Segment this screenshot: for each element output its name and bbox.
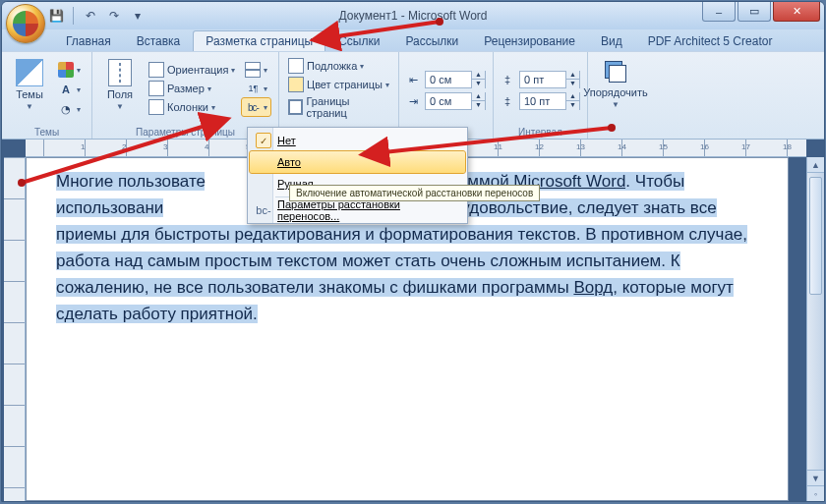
arrange-icon (603, 59, 628, 84)
spin-down-icon[interactable]: ▼ (565, 101, 579, 110)
chevron-down-icon: ▾ (77, 85, 81, 94)
tab-home[interactable]: Главная (53, 30, 124, 51)
chevron-down-icon: ▾ (264, 103, 267, 112)
line-numbers-button[interactable]: 1¶▾ (242, 80, 270, 97)
hyph-menu-none-label: Нет (277, 135, 296, 146)
tab-references[interactable]: Ссылки (325, 30, 392, 51)
orientation-icon (148, 62, 164, 78)
spin-up-icon[interactable]: ▲ (565, 71, 579, 80)
quick-access-toolbar: 💾 ↶ ↷ ▾ (47, 7, 147, 25)
close-button[interactable]: ✕ (773, 2, 820, 22)
indent-right-value: 0 см (426, 95, 471, 107)
effects-icon: ◔ (58, 101, 74, 117)
spin-up-icon[interactable]: ▲ (471, 92, 485, 101)
spin-up-icon[interactable]: ▲ (565, 92, 579, 101)
qat-more-icon[interactable]: ▾ (129, 7, 147, 25)
check-icon: ✓ (256, 133, 271, 148)
watermark-icon (288, 58, 304, 74)
orientation-label: Ориентация (167, 64, 228, 76)
arrange-label: Упорядочить (583, 86, 647, 98)
margins-icon (108, 59, 132, 86)
scroll-thumb[interactable] (809, 177, 822, 295)
theme-effects-button[interactable]: ◔▾ (55, 100, 84, 118)
hyphenation-menu: ✓ Нет Авто Ручная bc‑ Параметры расстано… (247, 127, 468, 224)
watermark-button[interactable]: Подложка▾ (285, 57, 392, 75)
hyph-menu-auto[interactable]: Авто (250, 151, 465, 173)
page-borders-label: Границы страниц (306, 95, 389, 119)
indent-right-icon: ⇥ (405, 93, 421, 109)
hyphenation-button[interactable]: bc‑▾ (242, 98, 270, 116)
chevron-down-icon: ▼ (612, 100, 620, 109)
maximize-button[interactable]: ▭ (738, 2, 771, 22)
tab-insert[interactable]: Вставка (124, 30, 194, 51)
columns-icon (148, 99, 164, 115)
chevron-down-icon: ▾ (385, 81, 389, 89)
tooltip: Включение автоматической расстановки пер… (289, 185, 540, 201)
vertical-scrollbar[interactable]: ▲ ▼ ◦ (806, 157, 824, 501)
qat-undo-icon[interactable]: ↶ (82, 7, 99, 25)
scroll-up-icon[interactable]: ▲ (807, 157, 824, 173)
tab-review[interactable]: Рецензирование (471, 30, 588, 51)
theme-colors-button[interactable]: ▾ (55, 61, 84, 79)
theme-fonts-button[interactable]: A▾ (55, 81, 84, 98)
titlebar: 💾 ↶ ↷ ▾ Документ1 - Microsoft Word – ▭ ✕ (2, 2, 824, 29)
hyph-menu-auto-label: Авто (277, 156, 301, 168)
size-button[interactable]: Размер▾ (146, 80, 238, 97)
margins-label: Поля (107, 88, 133, 100)
breaks-button[interactable]: ▾ (242, 61, 270, 79)
fonts-icon: A (58, 82, 74, 97)
themes-button[interactable]: Темы ▼ (8, 55, 51, 120)
hyph-menu-none[interactable]: ✓ Нет (250, 130, 465, 151)
office-button[interactable] (6, 4, 45, 43)
tab-mailings[interactable]: Рассылки (392, 30, 471, 51)
vertical-ruler[interactable] (4, 157, 26, 501)
space-after-icon: ‡ (500, 93, 515, 109)
group-label-spacing: Интервал (494, 127, 587, 138)
space-before-input[interactable]: 0 пт▲▼ (519, 71, 580, 88)
qat-separator (73, 7, 74, 25)
spin-down-icon[interactable]: ▼ (565, 80, 579, 88)
indent-left-value: 0 см (426, 74, 471, 85)
margins-button[interactable]: Поля ▼ (98, 55, 142, 120)
hyphenation-icon: bc‑ (245, 99, 261, 115)
chevron-down-icon: ▾ (264, 84, 267, 93)
chevron-down-icon: ▾ (207, 84, 211, 93)
tab-pdf-architect[interactable]: PDF Architect 5 Creator (635, 30, 786, 51)
minimize-button[interactable]: – (702, 2, 736, 22)
indent-left-input[interactable]: 0 см▲▼ (425, 71, 486, 88)
tab-page-layout[interactable]: Разметка страницы (193, 30, 325, 51)
qat-save-icon[interactable]: 💾 (47, 7, 65, 25)
scroll-browse-icon[interactable]: ◦ (807, 485, 824, 501)
chevron-down-icon: ▾ (231, 66, 235, 75)
spin-down-icon[interactable]: ▼ (471, 80, 485, 88)
hyph-options-icon: bc‑ (256, 204, 271, 216)
columns-button[interactable]: Колонки▾ (146, 98, 238, 116)
page-color-button[interactable]: Цвет страницы▾ (285, 76, 392, 93)
chevron-down-icon: ▾ (360, 62, 364, 71)
text-link-word: Ворд (573, 278, 613, 297)
text-segment: Многие пользовате (56, 172, 205, 191)
tab-view[interactable]: Вид (588, 30, 635, 51)
chevron-down-icon: ▾ (211, 103, 215, 112)
arrange-button[interactable]: Упорядочить ▼ (594, 55, 637, 120)
group-label-themes: Темы (2, 127, 91, 138)
hyph-menu-options-label: Параметры расстановки переносов... (277, 198, 465, 222)
space-before-value: 0 пт (520, 74, 565, 85)
chevron-down-icon: ▼ (26, 102, 33, 111)
orientation-button[interactable]: Ориентация▾ (146, 61, 238, 79)
spin-up-icon[interactable]: ▲ (471, 71, 485, 80)
breaks-icon (245, 62, 261, 78)
indent-right-input[interactable]: 0 см▲▼ (425, 92, 486, 110)
qat-redo-icon[interactable]: ↷ (105, 7, 123, 25)
space-before-icon: ‡ (500, 72, 515, 87)
themes-label: Темы (16, 88, 43, 100)
page-color-label: Цвет страницы (307, 79, 383, 90)
themes-icon (16, 59, 43, 86)
scroll-down-icon[interactable]: ▼ (807, 470, 824, 485)
space-after-input[interactable]: 10 пт▲▼ (519, 92, 580, 110)
hyph-menu-options[interactable]: bc‑ Параметры расстановки переносов... (250, 199, 465, 221)
spin-down-icon[interactable]: ▼ (471, 101, 485, 110)
chevron-down-icon: ▾ (77, 66, 81, 75)
page-borders-button[interactable]: Границы страниц (285, 94, 392, 120)
chevron-down-icon: ▾ (264, 66, 267, 75)
